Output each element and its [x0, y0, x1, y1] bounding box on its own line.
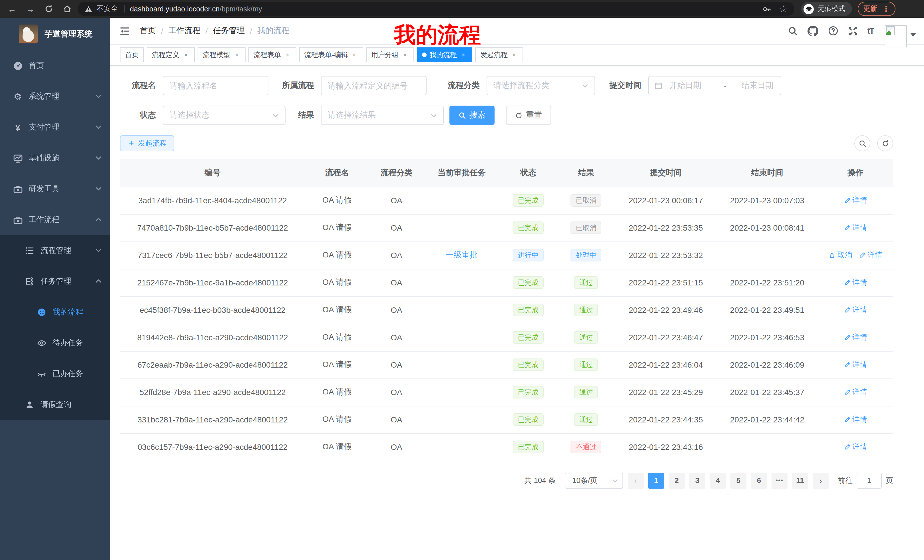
page-button-11[interactable]: 11 — [792, 472, 808, 488]
detail-link[interactable]: 详情 — [844, 359, 867, 370]
reload-icon[interactable] — [41, 2, 56, 16]
forward-icon[interactable]: → — [23, 2, 38, 16]
briefcase-icon — [13, 215, 23, 225]
end-date-placeholder[interactable]: 结束日期 — [741, 81, 774, 91]
security-label[interactable]: 不安全 — [96, 4, 118, 14]
sidebar-item-workflow[interactable]: 工作流程 — [0, 204, 110, 235]
detail-link[interactable]: 详情 — [844, 277, 867, 288]
tab-process-model[interactable]: 流程模型× — [198, 47, 246, 62]
tab-process-form[interactable]: 流程表单× — [248, 47, 296, 62]
status-select[interactable]: 请选择状态 — [163, 106, 285, 125]
font-size-icon[interactable]: tT — [867, 26, 874, 35]
reset-button[interactable]: 重置 — [506, 106, 551, 125]
sidebar-item-system[interactable]: ⚙ 系统管理 — [0, 81, 110, 112]
page-button-4[interactable]: 4 — [710, 472, 726, 488]
next-page-button[interactable]: › — [813, 472, 829, 488]
sidebar-item-devtools[interactable]: 研发工具 — [0, 174, 110, 204]
sidebar-item-home[interactable]: 首页 — [0, 50, 110, 81]
close-icon[interactable]: × — [284, 51, 291, 58]
eye-icon — [36, 338, 47, 347]
browser-toolbar: ← → 不安全 dashboard.yudao.iocoder.cn/bpm/t… — [0, 0, 924, 18]
page-button-3[interactable]: 3 — [689, 472, 705, 488]
process-def-label: 所属流程 — [268, 81, 321, 91]
search-icon[interactable] — [788, 26, 798, 36]
result-badge: 处理中 — [571, 249, 602, 262]
page-url[interactable]: dashboard.yudao.iocoder.cn/bpm/task/my — [130, 5, 262, 13]
cell-id: 2152467e-7b9b-11ec-9a1b-acde48001122 — [120, 269, 305, 296]
close-icon[interactable]: × — [402, 51, 409, 58]
process-name-input[interactable] — [163, 76, 268, 95]
breadcrumb-home[interactable]: 首页 — [140, 26, 156, 36]
sidebar-fold-icon[interactable] — [119, 25, 130, 36]
address-bar[interactable]: 不安全 dashboard.yudao.iocoder.cn/bpm/task/… — [78, 2, 794, 16]
github-icon[interactable] — [807, 25, 818, 36]
page-button-6[interactable]: 6 — [751, 472, 767, 488]
avatar[interactable] — [885, 25, 907, 47]
table-row: 3ad174fb-7b9d-11ec-8404-acde48001122 OA … — [120, 187, 893, 214]
table-header: 编号 流程名 流程分类 当前审批任务 状态 结果 提交时间 结束时间 操作 — [120, 159, 893, 187]
detail-link[interactable]: 详情 — [844, 442, 867, 452]
page-size-select[interactable]: 10条/页 — [565, 472, 623, 488]
fullscreen-icon[interactable] — [848, 26, 858, 36]
tab-start-process[interactable]: 发起流程× — [475, 47, 523, 62]
help-icon[interactable] — [828, 26, 838, 36]
page-more-button[interactable]: ••• — [771, 472, 788, 488]
detail-link[interactable]: 详情 — [859, 250, 882, 260]
result-select[interactable]: 请选择流结果 — [321, 106, 444, 125]
sidebar-item-todo-tasks[interactable]: 待办任务 — [0, 328, 110, 358]
navbar: 首页 / 工作流程 / 任务管理 / 我的流程 — [110, 18, 924, 44]
tab-process-form-edit[interactable]: 流程表单-编辑× — [299, 47, 363, 62]
prev-page-button[interactable]: ‹ — [628, 472, 644, 488]
bookmark-star-icon[interactable]: ☆ — [779, 3, 788, 14]
detail-link[interactable]: 详情 — [844, 195, 867, 205]
sidebar-item-done-tasks[interactable]: 已办任务 — [0, 358, 110, 389]
table-row: 7317cec6-7b9b-11ec-b5b7-acde48001122 OA … — [120, 241, 893, 269]
key-icon[interactable] — [762, 4, 771, 13]
pagination: 共 104 条 10条/页 ‹ 1 2 3 4 5 6 ••• 11 › — [120, 472, 893, 488]
toggle-search-button[interactable] — [854, 135, 870, 151]
sidebar-item-task-manage[interactable]: 任务管理 — [0, 266, 110, 297]
category-select[interactable]: 请选择流程分类 — [486, 76, 595, 95]
sidebar-item-payment[interactable]: ¥ 支付管理 — [0, 112, 110, 143]
breadcrumb-workflow[interactable]: 工作流程 — [168, 26, 201, 36]
start-date-placeholder[interactable]: 开始日期 — [669, 81, 701, 91]
detail-link[interactable]: 详情 — [844, 305, 867, 315]
back-icon[interactable]: ← — [4, 2, 20, 16]
refresh-table-button[interactable] — [877, 135, 893, 151]
user-menu[interactable] — [885, 25, 916, 47]
search-button[interactable]: 搜索 — [449, 106, 495, 125]
page-button-5[interactable]: 5 — [730, 472, 746, 488]
close-icon[interactable]: × — [233, 51, 240, 58]
detail-link[interactable]: 详情 — [844, 332, 867, 343]
close-icon[interactable]: × — [182, 51, 190, 58]
detail-link[interactable]: 详情 — [844, 387, 867, 397]
table-row: 331bc281-7b9a-11ec-a290-acde48001122 OA … — [120, 406, 893, 433]
close-icon[interactable]: × — [351, 51, 358, 58]
detail-link[interactable]: 详情 — [844, 415, 867, 425]
page-unit-label: 页 — [886, 475, 893, 485]
submit-time-range[interactable]: 开始日期 - 结束日期 — [648, 76, 781, 95]
close-icon[interactable]: × — [510, 51, 518, 58]
goto-page-input[interactable] — [856, 472, 882, 488]
page-button-1[interactable]: 1 — [648, 472, 664, 488]
caret-down-icon[interactable] — [910, 33, 916, 36]
detail-link[interactable]: 详情 — [844, 223, 867, 233]
cancel-link[interactable]: 取消 — [829, 250, 852, 260]
menu-dots-icon[interactable]: ⋮ — [882, 4, 890, 13]
sidebar-item-process-manage[interactable]: 流程管理 — [0, 235, 110, 266]
start-process-button[interactable]: ＋ 发起流程 — [120, 135, 174, 151]
page-button-2[interactable]: 2 — [669, 472, 685, 488]
sidebar-item-infra[interactable]: 基础设施 — [0, 143, 110, 174]
app-logo-row[interactable]: 芋道管理系统 — [0, 18, 110, 50]
sidebar-item-my-process[interactable]: 我的流程 — [0, 297, 110, 328]
close-icon[interactable]: × — [460, 51, 467, 58]
tab-process-definition[interactable]: 流程定义× — [147, 47, 195, 62]
result-badge: 已取消 — [571, 194, 602, 207]
flow-icon — [24, 277, 35, 286]
breadcrumb-task-manage[interactable]: 任务管理 — [213, 26, 245, 36]
home-icon[interactable] — [59, 2, 74, 16]
sidebar-item-leave-query[interactable]: 请假查询 — [0, 389, 110, 420]
tab-home[interactable]: 首页 — [120, 47, 144, 62]
process-def-input[interactable] — [321, 76, 427, 95]
chrome-update-button[interactable]: 更新 ⋮ — [858, 2, 896, 16]
